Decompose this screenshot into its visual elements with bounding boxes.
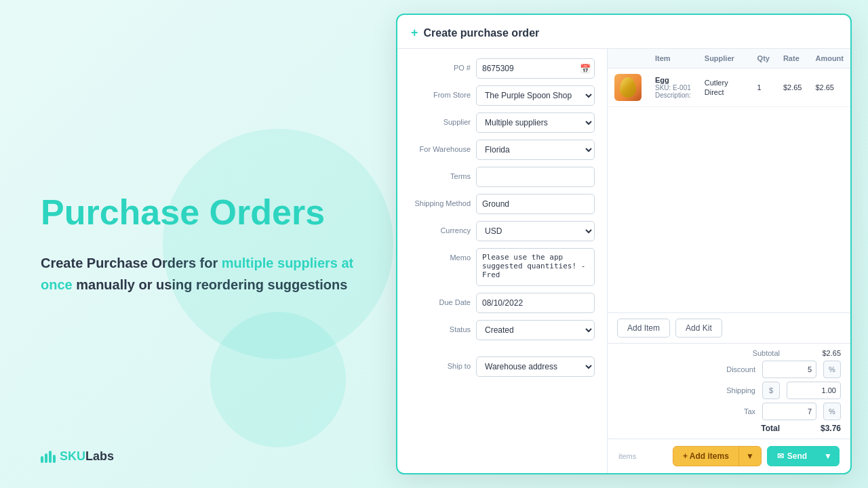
tax-label: Tax: [708, 407, 755, 415]
left-panel: Purchase Orders Create Purchase Orders f…: [0, 0, 400, 488]
item-rate-cell: $2.65: [776, 68, 809, 107]
add-kit-button[interactable]: Add Kit: [675, 319, 722, 338]
currency-select[interactable]: USD: [476, 221, 595, 241]
send-button[interactable]: ✉ Send: [768, 447, 816, 466]
col-supplier: Supplier: [698, 49, 751, 68]
shipping-input[interactable]: [787, 382, 841, 399]
from-store-row: From Store The Purple Spoon Shop: [410, 85, 595, 106]
discount-label: Discount: [708, 365, 755, 373]
table-header-row: Item Supplier Qty Rate Amount: [608, 49, 850, 68]
items-table: Item Supplier Qty Rate Amount: [608, 49, 850, 312]
due-date-input[interactable]: [476, 293, 595, 313]
col-img: [608, 49, 648, 68]
plus-icon: +: [411, 26, 418, 40]
add-items-button[interactable]: + Add items: [673, 447, 738, 466]
due-date-row: Due Date: [410, 293, 595, 313]
send-dropdown-button[interactable]: ▼: [817, 447, 839, 466]
discount-suffix: %: [823, 361, 841, 378]
terms-label: Terms: [410, 167, 471, 181]
tax-suffix: %: [823, 403, 841, 420]
col-qty: Qty: [751, 49, 776, 68]
calendar-icon: 📅: [580, 64, 591, 74]
currency-label: Currency: [410, 221, 471, 235]
purchase-order-modal: + Create purchase order PO # 📅 From Stor…: [396, 14, 852, 474]
logo-text: SKULabs: [60, 449, 114, 464]
logo-bars-icon: [41, 451, 56, 463]
subtotal-row: Subtotal $2.65: [617, 349, 841, 357]
total-row: Total $3.76: [617, 424, 841, 433]
footer-items-count: items: [618, 452, 673, 460]
total-value: $3.76: [787, 424, 841, 433]
send-btn-group: ✉ Send ▼: [767, 446, 840, 466]
send-icon: ✉: [777, 451, 784, 461]
add-items-dropdown-button[interactable]: ▼: [739, 447, 761, 466]
po-label: PO #: [410, 58, 471, 73]
item-description-label: Description:: [655, 92, 691, 99]
item-qty: 1: [757, 83, 762, 92]
item-amount: $2.65: [815, 83, 834, 92]
logo: SKULabs: [41, 449, 114, 464]
shipping-label: Shipping: [708, 386, 755, 394]
add-items-btn-group: + Add items ▼: [673, 446, 762, 466]
summary-section: Subtotal $2.65 Discount % Shipping $: [608, 343, 850, 439]
item-amount-cell: $2.65: [808, 68, 850, 107]
supplier-label: Supplier: [410, 113, 471, 127]
item-qty-cell: 1: [751, 68, 776, 107]
discount-row: Discount %: [617, 361, 841, 378]
modal-wrapper: + Create purchase order PO # 📅 From Stor…: [380, 0, 868, 488]
item-supplier: Cutlery Direct: [705, 78, 744, 98]
due-date-label: Due Date: [410, 293, 471, 307]
form-panel: PO # 📅 From Store The Purple Spoon Shop …: [397, 49, 608, 473]
item-sku: SKU: E-001: [655, 84, 691, 92]
po-input-wrapper: 📅: [476, 58, 595, 79]
ship-to-label: Ship to: [410, 357, 471, 371]
shipping-row: Shipping $: [617, 382, 841, 399]
modal-footer: items + Add items ▼ ✉ Send ▼: [608, 439, 850, 473]
item-supplier-cell: Cutlery Direct: [698, 68, 751, 107]
status-label: Status: [410, 320, 471, 334]
po-row: PO # 📅: [410, 58, 595, 79]
status-row: Status Created Pending Received: [410, 320, 595, 340]
subtotal-label: Subtotal: [732, 349, 780, 357]
from-store-select[interactable]: The Purple Spoon Shop: [476, 85, 595, 106]
po-input[interactable]: [476, 58, 595, 79]
col-rate: Rate: [776, 49, 809, 68]
currency-row: Currency USD: [410, 221, 595, 241]
total-label: Total: [732, 424, 780, 433]
warehouse-label: For Warehouse: [410, 140, 471, 154]
ship-to-select[interactable]: Warehouse address: [476, 357, 595, 377]
items-count-label: items: [618, 452, 636, 460]
discount-input[interactable]: [762, 361, 816, 378]
item-image-cell: [608, 68, 648, 107]
memo-textarea[interactable]: Please use the app suggested quantities!…: [476, 248, 595, 286]
supplier-select[interactable]: Multiple suppliers: [476, 113, 595, 133]
modal-header: + Create purchase order: [397, 15, 850, 49]
add-item-button[interactable]: Add Item: [617, 319, 670, 338]
egg-icon: [620, 77, 636, 98]
col-amount: Amount: [808, 49, 850, 68]
supplier-row: Supplier Multiple suppliers: [410, 113, 595, 133]
action-buttons: Add Item Add Kit: [608, 312, 850, 343]
ship-to-row: Ship to Warehouse address: [410, 357, 595, 377]
shipping-dollar-prefix: $: [762, 382, 780, 399]
table-row: Egg SKU: E-001 Description: Cutlery Dire…: [608, 68, 850, 107]
shipping-method-input[interactable]: [476, 194, 595, 214]
items-panel: Item Supplier Qty Rate Amount: [608, 49, 850, 473]
memo-row: Memo Please use the app suggested quanti…: [410, 248, 595, 286]
item-detail-cell: Egg SKU: E-001 Description:: [648, 68, 698, 107]
line-items-table: Item Supplier Qty Rate Amount: [608, 49, 850, 107]
terms-input[interactable]: [476, 167, 595, 187]
item-rate: $2.65: [783, 83, 802, 92]
memo-label: Memo: [410, 248, 471, 262]
modal-title: Create purchase order: [424, 27, 540, 39]
terms-row: Terms: [410, 167, 595, 187]
modal-body: PO # 📅 From Store The Purple Spoon Shop …: [397, 49, 850, 473]
status-select[interactable]: Created Pending Received: [476, 320, 595, 340]
deco-circle-small: [210, 312, 346, 447]
warehouse-select[interactable]: Florida: [476, 140, 595, 160]
item-image: [614, 74, 642, 101]
tax-input[interactable]: [762, 403, 816, 420]
warehouse-row: For Warehouse Florida: [410, 140, 595, 160]
col-item: Item: [648, 49, 698, 68]
shipping-method-row: Shipping Method: [410, 194, 595, 214]
